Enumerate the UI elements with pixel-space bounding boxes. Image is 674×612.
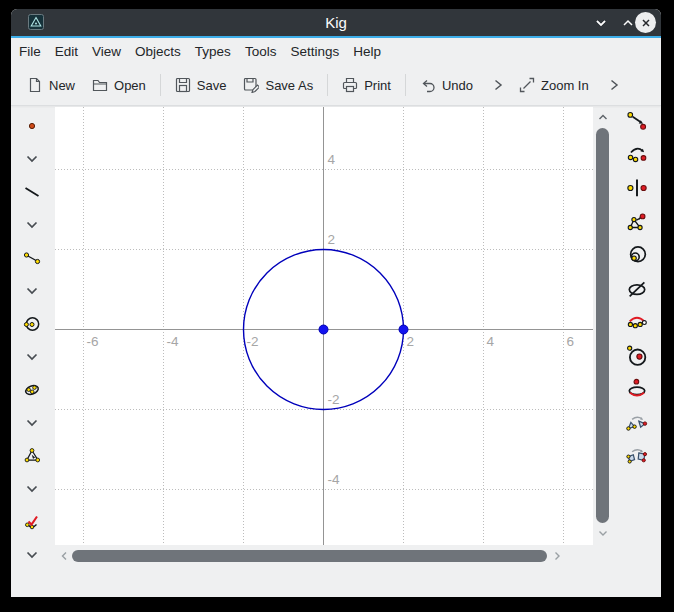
generic-affinity-icon xyxy=(626,278,648,300)
point-tool-expander[interactable] xyxy=(23,142,41,175)
menu-file[interactable]: File xyxy=(19,41,48,62)
x-axis-tick-label: -6 xyxy=(87,334,99,349)
menu-help[interactable]: Help xyxy=(346,41,388,62)
segment-icon xyxy=(23,249,41,267)
geometry-point[interactable] xyxy=(399,325,408,334)
new-button-label: New xyxy=(49,78,75,93)
print-icon xyxy=(342,77,358,93)
screenshot-stage: Kig File Edit View Objects Types Tools S… xyxy=(0,0,674,612)
toolbar-separator xyxy=(160,74,161,96)
chevron-down-icon xyxy=(23,546,41,564)
similarity-icon xyxy=(626,412,648,434)
rotate-tool-button[interactable] xyxy=(625,144,649,166)
circle-icon xyxy=(23,315,41,333)
x-axis-tick-label: 4 xyxy=(487,334,495,349)
point-tool-button[interactable] xyxy=(23,109,41,142)
projective-rotation-tool-button[interactable] xyxy=(625,378,649,400)
save-as-icon xyxy=(243,77,259,93)
main-toolbar: New Open Save Save As Print xyxy=(11,65,661,106)
chevron-down-icon xyxy=(23,348,41,366)
kig-window: Kig File Edit View Objects Types Tools S… xyxy=(11,9,661,597)
zoom-in-button-label: Zoom In xyxy=(541,78,589,93)
save-button[interactable]: Save xyxy=(175,77,227,93)
scroll-up-chevron-icon[interactable] xyxy=(597,111,609,123)
transformations-toolbar-right xyxy=(625,110,649,467)
save-icon xyxy=(175,77,191,93)
inversion-tool-button[interactable] xyxy=(625,244,649,266)
open-folder-icon xyxy=(92,77,108,93)
geometry-canvas-area[interactable]: -6-4-224642-2-4 xyxy=(55,107,593,545)
projectivity-tool-button[interactable] xyxy=(625,445,649,467)
chevron-down-icon xyxy=(23,480,41,498)
point-reflection-icon xyxy=(626,177,648,199)
close-button[interactable] xyxy=(635,12,656,33)
chevron-down-icon xyxy=(23,414,41,432)
conic-tool-button[interactable] xyxy=(23,373,41,406)
geometry-canvas[interactable]: -6-4-224642-2-4 xyxy=(55,107,593,545)
vertical-scrollbar-thumb[interactable] xyxy=(596,128,609,523)
undo-icon xyxy=(420,77,436,93)
y-axis-tick-label: 4 xyxy=(328,152,336,167)
zoom-in-icon xyxy=(519,77,535,93)
undo-button[interactable]: Undo xyxy=(420,77,473,93)
menu-objects[interactable]: Objects xyxy=(128,41,188,62)
print-button[interactable]: Print xyxy=(342,77,391,93)
similarity-tool-button[interactable] xyxy=(625,412,649,434)
line-icon xyxy=(23,183,41,201)
y-axis-tick-label: -2 xyxy=(328,392,340,407)
circle-tool-expander[interactable] xyxy=(23,340,41,373)
toolbar-separator xyxy=(327,74,328,96)
circle-inversion-tool-button[interactable] xyxy=(625,345,649,367)
vertical-scrollbar[interactable] xyxy=(595,107,611,545)
save-as-button-label: Save As xyxy=(265,78,313,93)
line-tool-button[interactable] xyxy=(23,175,41,208)
horizontal-scrollbar[interactable] xyxy=(55,549,595,563)
objects-toolbar-left xyxy=(23,109,41,571)
line-tool-expander[interactable] xyxy=(23,208,41,241)
menu-view[interactable]: View xyxy=(85,41,128,62)
translate-icon xyxy=(626,110,648,132)
x-axis-tick-label: -4 xyxy=(167,334,179,349)
open-button-label: Open xyxy=(114,78,146,93)
scale-tool-button[interactable] xyxy=(625,211,649,233)
test-tool-button[interactable] xyxy=(23,505,41,538)
new-document-icon xyxy=(27,77,43,93)
circle-tool-button[interactable] xyxy=(23,307,41,340)
generic-affinity-tool-button[interactable] xyxy=(625,278,649,300)
similitude-icon xyxy=(626,311,648,333)
similitude-tool-button[interactable] xyxy=(625,311,649,333)
chevron-down-icon xyxy=(23,150,41,168)
scroll-down-chevron-icon[interactable] xyxy=(597,527,609,539)
menu-settings[interactable]: Settings xyxy=(283,41,346,62)
polygon-tool-expander[interactable] xyxy=(23,472,41,505)
menu-types[interactable]: Types xyxy=(188,41,238,62)
geometry-point[interactable] xyxy=(319,325,328,334)
polygon-tool-button[interactable] xyxy=(23,439,41,472)
segment-tool-button[interactable] xyxy=(23,241,41,274)
projectivity-icon xyxy=(626,445,648,467)
x-axis-tick-label: 6 xyxy=(567,334,575,349)
conic-tool-expander[interactable] xyxy=(23,406,41,439)
menu-edit[interactable]: Edit xyxy=(48,41,85,62)
zoom-in-button[interactable]: Zoom In xyxy=(519,77,589,93)
scroll-right-chevron-icon[interactable] xyxy=(551,550,563,562)
point-reflection-tool-button[interactable] xyxy=(625,177,649,199)
save-as-button[interactable]: Save As xyxy=(243,77,313,93)
segment-tool-expander[interactable] xyxy=(23,274,41,307)
title-bar[interactable]: Kig xyxy=(11,9,661,36)
open-button[interactable]: Open xyxy=(92,77,146,93)
x-axis-tick-label: 2 xyxy=(407,334,415,349)
menu-tools[interactable]: Tools xyxy=(238,41,284,62)
chevron-down-icon xyxy=(23,216,41,234)
save-button-label: Save xyxy=(197,78,227,93)
horizontal-scrollbar-thumb[interactable] xyxy=(72,550,547,562)
inversion-icon xyxy=(626,244,648,266)
new-button[interactable]: New xyxy=(27,77,75,93)
scroll-left-chevron-icon[interactable] xyxy=(58,550,70,562)
rotate-icon xyxy=(626,144,648,166)
undo-expander-chevron-right-icon[interactable] xyxy=(490,77,506,93)
translate-tool-button[interactable] xyxy=(625,110,649,132)
maximize-button-chevron-up-icon[interactable] xyxy=(621,16,635,30)
minimize-button-chevron-down-icon[interactable] xyxy=(594,16,608,30)
zoom-expander-chevron-right-icon[interactable] xyxy=(606,77,622,93)
